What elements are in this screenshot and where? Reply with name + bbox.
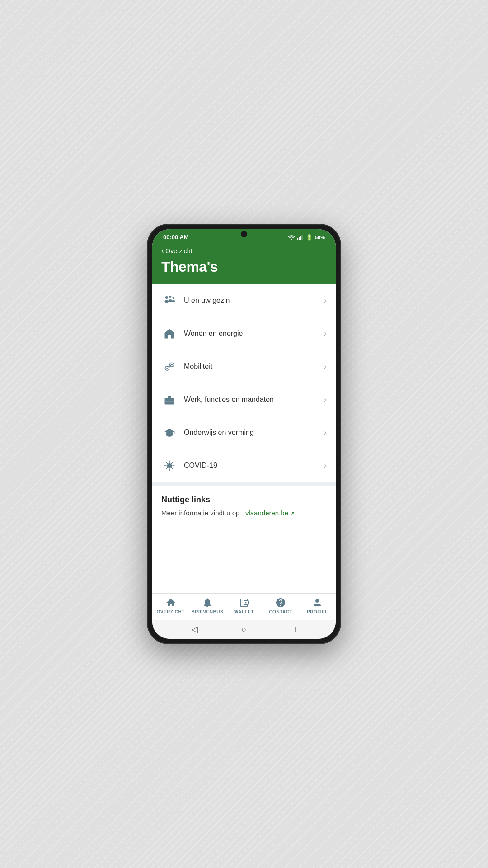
menu-label-wonen: Wonen en energie <box>184 330 324 338</box>
svg-point-5 <box>165 300 169 303</box>
nuttige-links-title: Nuttige links <box>161 495 327 505</box>
nav-item-contact[interactable]: CONTACT <box>263 597 299 614</box>
home-icon <box>161 326 178 342</box>
nav-item-brievenbus[interactable]: BRIEVENBUS <box>189 597 225 614</box>
android-home-button[interactable]: ○ <box>239 624 249 634</box>
menu-list: U en uw gezin › Wonen en energie › <box>152 284 336 482</box>
chevron-right-icon: › <box>324 329 327 339</box>
svg-line-26 <box>172 462 173 463</box>
menu-label-werk: Werk, functies en mandaten <box>184 396 324 404</box>
menu-item-onderwijs[interactable]: Onderwijs en vorming › <box>152 416 336 449</box>
wallet-nav-icon <box>239 597 249 608</box>
svg-point-6 <box>169 296 171 298</box>
chevron-right-icon: › <box>324 296 327 306</box>
svg-rect-3 <box>301 235 302 240</box>
nav-label-overzicht: OVERZICHT <box>156 609 184 614</box>
android-back-button[interactable]: ◁ <box>190 624 200 634</box>
app-header: ‹ Overzicht Thema's <box>152 243 336 284</box>
android-recents-button[interactable]: □ <box>288 624 298 634</box>
svg-rect-0 <box>297 238 298 240</box>
android-navigation-bar: ◁ ○ □ <box>152 620 336 639</box>
back-navigation[interactable]: ‹ Overzicht <box>161 247 327 255</box>
svg-line-25 <box>172 468 173 469</box>
menu-label-onderwijs: Onderwijs en vorming <box>184 429 324 437</box>
profile-nav-icon <box>312 597 323 608</box>
status-icons: 🔋 50% <box>288 234 325 241</box>
battery-indicator: 🔋 <box>306 234 313 241</box>
svg-point-13 <box>166 368 168 369</box>
page-title: Thema's <box>161 259 327 275</box>
menu-label-mobiliteit: Mobiliteit <box>184 363 324 371</box>
content-area: U en uw gezin › Wonen en energie › <box>152 284 336 593</box>
phone-frame: 00:00 AM 🔋 50% <box>147 224 341 644</box>
back-chevron-icon: ‹ <box>161 247 164 255</box>
nav-label-profiel: PROFIEL <box>307 609 328 614</box>
menu-item-wonen[interactable]: Wonen en energie › <box>152 317 336 350</box>
camera-notch <box>241 231 247 237</box>
menu-item-werk[interactable]: Werk, functies en mandaten › <box>152 383 336 416</box>
menu-item-mobiliteit[interactable]: Mobiliteit › <box>152 350 336 383</box>
menu-item-gezin[interactable]: U en uw gezin › <box>152 284 336 317</box>
nav-item-profiel[interactable]: PROFIEL <box>299 597 336 614</box>
phone-screen: 00:00 AM 🔋 50% <box>152 229 336 639</box>
mobility-icon <box>161 359 178 375</box>
svg-point-11 <box>171 364 173 366</box>
svg-line-27 <box>166 468 167 469</box>
nuttige-links-text: Meer informatie vindt u op vlaanderen.be… <box>161 509 327 517</box>
svg-rect-2 <box>300 236 301 240</box>
chevron-right-icon: › <box>324 395 327 405</box>
contact-nav-icon <box>275 597 286 608</box>
back-label: Overzicht <box>165 247 192 255</box>
svg-point-8 <box>173 297 174 299</box>
menu-item-covid[interactable]: COVID-19 › <box>152 449 336 482</box>
wifi-icon <box>288 235 295 240</box>
family-icon <box>161 292 178 309</box>
nuttige-links-section: Nuttige links Meer informatie vindt u op… <box>152 486 336 526</box>
menu-label-covid: COVID-19 <box>184 462 324 470</box>
nav-label-brievenbus: BRIEVENBUS <box>192 609 224 614</box>
nav-item-wallet[interactable]: WALLET <box>225 597 262 614</box>
svg-point-28 <box>245 602 247 604</box>
bottom-navigation: OVERZICHT BRIEVENBUS WALLET <box>152 593 336 620</box>
external-link-icon: ↗ <box>290 510 295 517</box>
chevron-right-icon: › <box>324 428 327 438</box>
svg-point-9 <box>172 300 175 302</box>
vlaanderen-link[interactable]: vlaanderen.be ↗ <box>245 509 295 517</box>
nav-item-overzicht[interactable]: OVERZICHT <box>152 597 189 614</box>
status-bar: 00:00 AM 🔋 50% <box>152 229 336 243</box>
signal-icon <box>297 235 304 240</box>
svg-point-4 <box>165 296 168 299</box>
nav-label-contact: CONTACT <box>269 609 292 614</box>
nav-label-wallet: WALLET <box>234 609 254 614</box>
chevron-right-icon: › <box>324 362 327 372</box>
menu-label-gezin: U en uw gezin <box>184 297 324 305</box>
svg-rect-1 <box>299 237 300 240</box>
section-divider <box>152 482 336 486</box>
svg-line-24 <box>166 462 167 463</box>
education-icon <box>161 425 178 441</box>
covid-icon <box>161 458 178 474</box>
status-time: 00:00 AM <box>163 234 189 241</box>
work-icon <box>161 392 178 408</box>
svg-point-7 <box>169 299 172 302</box>
battery-text: 50% <box>315 235 325 240</box>
chevron-right-icon: › <box>324 461 327 471</box>
home-nav-icon <box>165 597 176 608</box>
bell-nav-icon <box>202 597 213 608</box>
svg-point-19 <box>167 463 172 468</box>
